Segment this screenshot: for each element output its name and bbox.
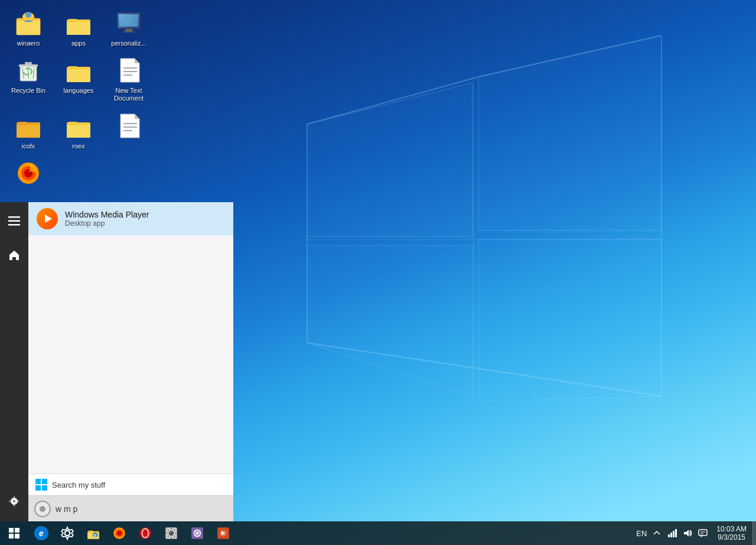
icon-label-icofx: icofx [22,142,35,150]
svg-rect-22 [125,29,132,31]
desktop-icon-new-text-doc[interactable]: New Text Document [106,53,151,105]
svg-rect-41 [68,122,77,125]
taskbar-firefox[interactable] [107,521,131,545]
desktop-icon-languages[interactable]: languages [56,53,101,105]
file-explorer-icon: E [86,526,100,540]
svg-point-71 [170,531,171,533]
search-text-input[interactable] [56,504,227,514]
svg-marker-0 [307,83,472,236]
search-result-wmp[interactable]: Windows Media Player Desktop app [28,202,233,235]
svg-rect-88 [675,529,677,537]
desktop-icon-recycle-bin[interactable]: Recycle Bin [6,53,51,105]
chevron-up-icon [653,529,661,537]
volume-icon [683,528,692,538]
clock-time: 10:03 AM [716,525,747,533]
notification-chevron[interactable] [649,521,664,545]
desktop: winaero apps [0,0,756,545]
svg-line-77 [174,530,175,531]
icon-label-languages: languages [64,87,94,95]
opera-icon [138,526,152,540]
svg-marker-3 [478,239,662,402]
desktop-icon-winaero[interactable]: winaero [6,6,51,50]
system-clock[interactable]: 10:03 AM 9/3/2015 [711,521,752,545]
edge-icon: e [34,526,48,540]
svg-rect-18 [68,19,77,22]
taskbar-app2[interactable] [211,521,235,545]
svg-marker-2 [307,245,472,396]
taskbar-minesweeper[interactable] [159,521,183,545]
icon-label-winaero: winaero [17,40,40,47]
icon-label-apps: apps [71,40,86,47]
svg-rect-50 [8,216,20,218]
svg-point-15 [25,12,31,18]
svg-rect-13 [17,21,40,35]
taskbar-explorer[interactable]: E [82,521,105,545]
svg-text:E: E [94,533,97,538]
svg-rect-51 [8,220,20,222]
svg-rect-40 [67,125,90,138]
taskbar-edge[interactable]: e [30,521,53,545]
cortana-icon [34,501,51,517]
svg-point-56 [65,531,70,536]
svg-marker-1 [478,35,662,231]
svg-marker-89 [684,530,689,537]
search-results: Windows Media Player Desktop app [28,202,233,473]
svg-rect-59 [88,531,93,533]
wmp-name: Windows Media Player [65,210,149,219]
desktop-icon-roex[interactable]: roex [56,109,101,153]
search-input-bar [28,495,233,521]
start-menu-sidebar [0,202,28,521]
network-icon-button[interactable] [664,521,680,545]
start-button[interactable] [0,521,28,545]
svg-rect-26 [19,64,38,67]
home-button[interactable] [0,241,28,270]
desktop-icon-unknown[interactable] [106,109,151,153]
wmp-icon [35,207,59,231]
taskbar-app1[interactable] [185,521,209,545]
minesweeper-icon [164,526,178,540]
desktop-icons: winaero apps [6,6,154,193]
windows-icon-search [35,479,47,491]
language-indicator[interactable]: EN [634,521,649,545]
svg-point-82 [196,532,198,534]
svg-line-76 [168,530,169,531]
svg-rect-29 [67,69,90,82]
taskbar-settings[interactable] [56,521,79,545]
show-desktop-button[interactable] [752,521,756,545]
search-my-stuff-button[interactable]: Search my stuff [28,473,233,495]
icon-label-new-text-doc: New Text Document [109,87,148,102]
messaging-icon-button[interactable] [695,521,711,545]
settings-gear-icon [60,526,74,540]
svg-rect-17 [67,22,90,35]
svg-rect-30 [68,66,77,70]
app1-icon [190,526,204,540]
svg-rect-27 [25,62,32,64]
taskbar: e E [0,521,756,545]
windows-logo-icon [9,528,19,538]
network-icon [667,528,677,538]
settings-button[interactable] [0,487,28,515]
svg-marker-32 [135,59,139,63]
wmp-result-text: Windows Media Player Desktop app [65,210,149,228]
svg-marker-43 [135,114,139,119]
hamburger-menu-button[interactable] [0,207,28,235]
volume-icon-button[interactable] [680,521,695,545]
svg-rect-23 [123,31,135,33]
icon-label-roex: roex [72,142,84,150]
language-text: EN [636,529,647,538]
messaging-icon [698,528,708,538]
desktop-icon-icofx[interactable]: icofx [6,109,51,153]
taskbar-opera[interactable] [133,521,157,545]
svg-rect-87 [673,531,674,537]
search-my-stuff-label: Search my stuff [52,481,105,489]
start-menu: Windows Media Player Desktop app Search … [0,202,233,521]
svg-rect-37 [17,125,40,138]
svg-point-70 [169,531,174,536]
clock-date: 9/3/2015 [718,533,745,541]
desktop-icon-firefox[interactable] [6,156,51,193]
desktop-icon-apps[interactable]: apps [56,6,101,50]
firefox-taskbar-icon [112,526,126,540]
svg-rect-38 [18,122,27,125]
desktop-icon-personaliz[interactable]: personaliz... [106,6,151,50]
wmp-type: Desktop app [65,219,149,228]
